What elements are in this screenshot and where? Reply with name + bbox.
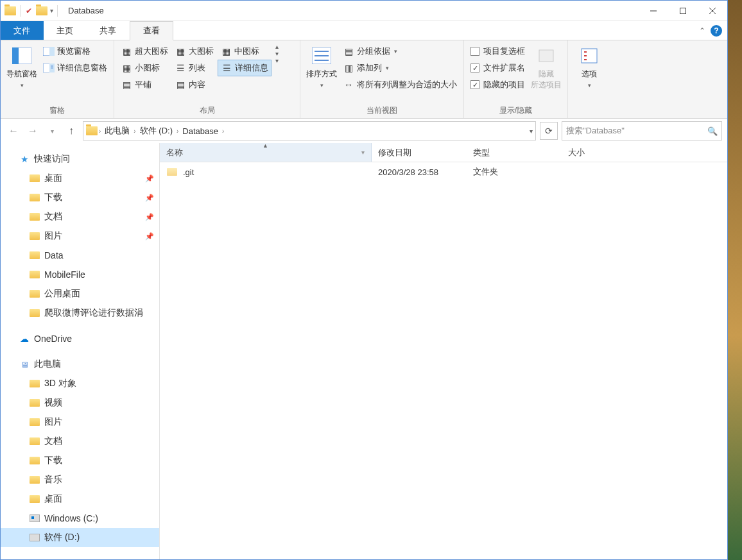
column-size[interactable]: 大小 (562, 143, 639, 162)
column-name[interactable]: 名称 ▲ ▾ (160, 143, 372, 162)
folder-icon (29, 250, 40, 260)
tab-home[interactable]: 主页 (44, 21, 87, 40)
refresh-button[interactable]: ⟳ (540, 122, 558, 140)
label: 名称 (166, 147, 183, 158)
tree-item[interactable]: 视频 (1, 393, 159, 412)
grid-icon: ▦ (121, 62, 132, 74)
column-date[interactable]: 修改日期 (372, 143, 467, 162)
label: 大图标 (189, 46, 214, 57)
chevron-right-icon[interactable]: › (99, 128, 101, 135)
tree-item[interactable]: 音乐 (1, 470, 159, 489)
breadcrumb-item[interactable]: Database (180, 126, 221, 136)
group-label: 布局 (118, 103, 296, 118)
tree-item[interactable]: 3D 对象 (1, 374, 159, 393)
layout-medium-icons[interactable]: ▦中图标 (218, 43, 272, 60)
tree-item[interactable]: 下载 (1, 451, 159, 470)
forward-button[interactable]: → (25, 123, 40, 139)
tree-item[interactable]: 文档 (1, 432, 159, 451)
main-area: ★快速访问 桌面📌下载📌文档📌图片📌DataMobileFile公用桌面爬取微博… (1, 143, 727, 559)
tree-item[interactable]: 公用桌面 (1, 284, 159, 303)
size-columns-button[interactable]: ↔将所有列调整为合适的大小 (340, 76, 460, 93)
layout-content[interactable]: ▤内容 (172, 76, 216, 93)
label: 项目复选框 (483, 46, 525, 57)
preview-pane-button[interactable]: 预览窗格 (40, 43, 110, 60)
layout-small-icons[interactable]: ▦小图标 (118, 60, 171, 76)
divider (57, 5, 58, 17)
recent-dropdown[interactable]: ▾ (44, 123, 60, 139)
label: 所选项目 (531, 80, 562, 90)
layout-expand-icon[interactable]: ▾ (275, 57, 279, 64)
hidden-items-toggle[interactable]: ✓隐藏的项目 (468, 76, 528, 93)
layout-large-icons[interactable]: ▦大图标 (172, 43, 216, 60)
help-icon[interactable]: ? (711, 25, 722, 37)
tree-item[interactable]: 桌面📌 (1, 169, 159, 188)
tree-item[interactable]: 爬取微博评论进行数据涓 (1, 303, 159, 323)
tab-file[interactable]: 文件 (1, 21, 44, 40)
column-type[interactable]: 类型 (467, 143, 562, 162)
group-by-button[interactable]: ▤分组依据▾ (340, 43, 460, 60)
layout-more-icon[interactable]: ▴ (275, 43, 279, 50)
tree-item[interactable]: MobileFile (1, 265, 159, 284)
tab-view[interactable]: 查看 (130, 21, 173, 40)
tree-item[interactable]: 桌面 (1, 489, 159, 509)
label: 列表 (189, 62, 205, 74)
up-button[interactable]: ↑ (64, 123, 79, 139)
add-columns-button[interactable]: ▥添加列▾ (340, 60, 460, 76)
layout-tiles[interactable]: ▤平铺 (118, 76, 171, 93)
address-dropdown-icon[interactable]: ▾ (530, 128, 533, 135)
layout-list[interactable]: ☰列表 (172, 60, 216, 76)
navigation-tree[interactable]: ★快速访问 桌面📌下载📌文档📌图片📌DataMobileFile公用桌面爬取微博… (1, 143, 160, 559)
column-dropdown-icon[interactable]: ▾ (361, 149, 365, 156)
breadcrumb-item[interactable]: 此电脑 (102, 125, 132, 137)
label: 将所有列调整为合适的大小 (357, 79, 457, 90)
tree-item[interactable]: 下载📌 (1, 188, 159, 207)
search-input[interactable]: 搜索"Database" 🔍 (562, 121, 722, 140)
tree-quick-access[interactable]: ★快速访问 (1, 149, 159, 169)
tree-item[interactable]: 图片 (1, 412, 159, 432)
checkmark-icon[interactable]: ✔ (24, 6, 33, 15)
close-button[interactable] (698, 1, 727, 21)
chevron-right-icon[interactable]: › (177, 128, 178, 135)
address-bar[interactable]: › 此电脑 › 软件 (D:) › Database › ▾ (83, 121, 536, 140)
label: Windows (C:) (44, 513, 98, 523)
label: 详细信息窗格 (57, 62, 107, 74)
folder-icon (30, 457, 40, 464)
nav-pane-button[interactable]: 导航窗格 ▾ (4, 43, 39, 91)
label: 添加列 (357, 62, 382, 74)
search-icon[interactable]: 🔍 (707, 126, 718, 136)
nav-pane-icon (12, 46, 32, 66)
back-button[interactable]: ← (6, 123, 21, 139)
maximize-button[interactable] (668, 1, 698, 21)
options-button[interactable]: 选项 ▾ (572, 43, 607, 91)
pin-icon: 📌 (145, 232, 154, 241)
chevron-right-icon[interactable]: › (222, 128, 224, 135)
collapse-ribbon-icon[interactable]: ⌃ (699, 26, 705, 35)
label: Data (44, 250, 64, 260)
layout-more-icon[interactable]: ▾ (275, 50, 279, 57)
tree-item[interactable]: 软件 (D:) (1, 528, 159, 547)
ribbon-tabs: 文件 主页 共享 查看 ⌃ ? (1, 21, 727, 40)
breadcrumb-item[interactable]: 软件 (D:) (137, 125, 175, 137)
layout-xl-icons[interactable]: ▦超大图标 (118, 43, 171, 60)
pin-icon: 📌 (145, 194, 154, 202)
layout-details[interactable]: ☰详细信息 (218, 60, 272, 76)
chevron-right-icon[interactable]: › (134, 128, 135, 135)
tree-onedrive[interactable]: ☁OneDrive (1, 329, 159, 348)
tree-item[interactable]: 文档📌 (1, 207, 159, 226)
explorer-window: ✔ ▾ Database 文件 主页 共享 查看 ⌃ ? 导航窗格 (0, 0, 728, 560)
qat-dropdown[interactable]: ▾ (50, 7, 53, 14)
file-ext-toggle[interactable]: ✓文件扩展名 (468, 60, 528, 76)
minimize-button[interactable] (639, 1, 668, 21)
label: 超大图标 (135, 46, 168, 57)
tree-item[interactable]: Data (1, 246, 159, 265)
file-row[interactable]: .git2020/3/28 23:58文件夹 (160, 162, 727, 182)
tree-item[interactable]: 图片📌 (1, 226, 159, 246)
tree-this-pc[interactable]: 🖥此电脑 (1, 355, 159, 374)
label: 隐藏的项目 (483, 79, 525, 90)
tree-item[interactable]: Windows (C:) (1, 509, 159, 528)
ribbon-group-options: 选项 ▾ (568, 40, 610, 118)
details-pane-button[interactable]: 详细信息窗格 (40, 60, 110, 76)
sort-by-button[interactable]: 排序方式 ▾ (304, 43, 339, 91)
tab-share[interactable]: 共享 (87, 21, 130, 40)
item-checkboxes-toggle[interactable]: 项目复选框 (468, 43, 528, 60)
